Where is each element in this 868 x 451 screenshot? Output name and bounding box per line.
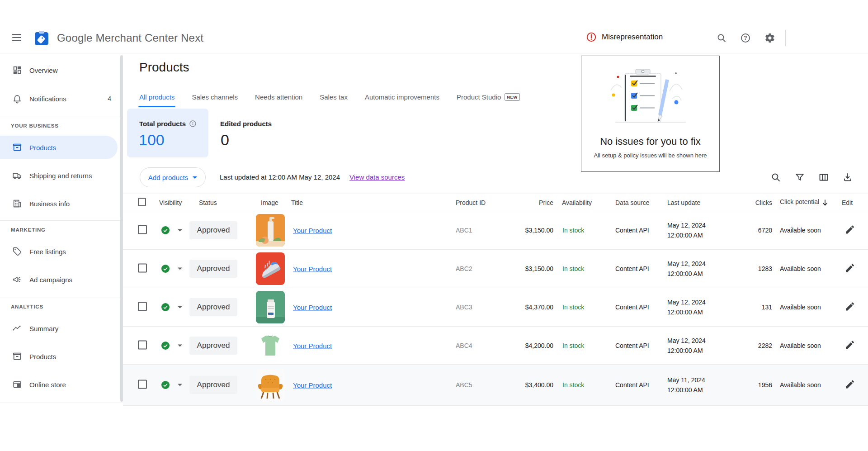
table-row: Approved Your Product ABC3 $4,370.00 In … — [123, 288, 868, 327]
search-icon[interactable] — [716, 33, 727, 43]
last-update: May 12, 2024 12:00:00 AM — [667, 259, 706, 279]
product-title-link[interactable]: Your Product — [293, 381, 332, 389]
edit-button[interactable] — [844, 224, 855, 237]
row-checkbox[interactable] — [138, 340, 147, 349]
table-row: Approved Your Product ABC1 $3,150.00 In … — [123, 211, 868, 250]
sidebar-item-label: Products — [29, 353, 56, 361]
visibility-approved-icon[interactable] — [161, 303, 170, 311]
col-click-potential-sort[interactable]: Click potential — [780, 198, 828, 207]
table-search-icon[interactable] — [770, 172, 781, 183]
product-title-link[interactable]: Your Product — [293, 227, 332, 234]
tab-sales-channels[interactable]: Sales channels — [192, 86, 238, 107]
row-checkbox[interactable] — [138, 264, 147, 273]
view-data-sources-link[interactable]: View data sources — [349, 173, 405, 181]
sidebar-divider — [0, 298, 123, 298]
edit-button[interactable] — [844, 301, 855, 313]
status-badge: Approved — [189, 260, 237, 278]
popup-subtext: All setup & policy issues will be shown … — [581, 152, 719, 159]
header-divider — [785, 30, 786, 46]
sidebar-item-notifications[interactable]: Notifications 4 — [0, 87, 118, 110]
sidebar-item-label: Overview — [29, 66, 58, 74]
col-visibility: Visibility — [159, 199, 182, 206]
table-row: Approved Your Product ABC4 $4,200.00 In … — [123, 327, 868, 365]
download-icon[interactable] — [842, 172, 853, 183]
sidebar-section-analytics: ANALYTICS — [11, 304, 43, 309]
product-id: ABC4 — [456, 342, 472, 349]
info-icon[interactable] — [189, 120, 196, 127]
sidebar-item-label: Notifications — [29, 95, 66, 103]
product-id: ABC3 — [456, 304, 472, 311]
sidebar-item-label: Summary — [29, 325, 58, 332]
chevron-down-icon[interactable] — [178, 384, 182, 386]
product-title-link[interactable]: Your Product — [293, 304, 332, 311]
clicks: 6720 — [736, 227, 772, 234]
sidebar-divider — [0, 220, 123, 221]
tab-all-products[interactable]: All products — [139, 86, 175, 107]
data-source: Content API — [615, 227, 649, 234]
tag-icon — [12, 247, 22, 256]
svg-text:?: ? — [744, 35, 747, 41]
tab-sales-tax[interactable]: Sales tax — [320, 86, 348, 107]
sidebar-item-overview[interactable]: Overview — [0, 58, 118, 82]
settings-icon[interactable] — [764, 33, 775, 43]
help-icon[interactable]: ? — [740, 33, 751, 43]
col-product-id: Product ID — [456, 199, 486, 206]
data-source: Content API — [615, 265, 649, 272]
edit-button[interactable] — [844, 263, 855, 275]
product-image — [256, 252, 285, 285]
menu-icon[interactable] — [12, 34, 21, 41]
product-id: ABC2 — [456, 265, 472, 272]
sidebar-item-business-info[interactable]: Business info — [0, 192, 118, 215]
col-status: Status — [199, 199, 217, 206]
sidebar-item-summary[interactable]: Summary — [0, 317, 118, 340]
visibility-approved-icon[interactable] — [161, 342, 170, 350]
row-checkbox[interactable] — [138, 225, 147, 234]
edit-button[interactable] — [844, 379, 855, 391]
chevron-down-icon — [193, 176, 197, 179]
notifications-count-badge: 4 — [108, 95, 111, 102]
tab-automatic-improvements[interactable]: Automatic improvements — [365, 86, 439, 107]
sidebar-item-label: Free listings — [29, 248, 66, 256]
select-all-checkbox[interactable] — [138, 198, 146, 206]
sidebar-item-free-listings[interactable]: Free listings — [0, 240, 118, 263]
megaphone-icon — [12, 275, 22, 285]
filter-icon[interactable] — [794, 172, 805, 183]
merchant-center-app: Google Merchant Center Next Misrepresent… — [0, 0, 868, 451]
sidebar-item-products[interactable]: Products — [0, 136, 118, 159]
product-title-link[interactable]: Your Product — [293, 342, 332, 349]
visibility-approved-icon[interactable] — [161, 381, 170, 389]
row-checkbox[interactable] — [138, 380, 147, 389]
col-title: Title — [291, 199, 303, 206]
total-products-label: Total products — [139, 120, 196, 128]
chevron-down-icon[interactable] — [178, 344, 182, 347]
merchant-center-logo-icon — [34, 31, 49, 46]
sidebar-item-ad-campaigns[interactable]: Ad campaigns — [0, 268, 118, 291]
chevron-down-icon[interactable] — [178, 229, 182, 232]
product-image — [256, 369, 285, 401]
edited-products-card: Edited products 0 — [220, 109, 311, 157]
availability: In stock — [562, 304, 584, 311]
total-products-value: 100 — [139, 131, 165, 149]
col-image: Image — [261, 199, 278, 206]
page-title: Products — [139, 60, 189, 75]
chevron-down-icon[interactable] — [178, 306, 182, 309]
columns-icon[interactable] — [818, 172, 829, 183]
visibility-approved-icon[interactable] — [161, 265, 170, 273]
add-products-button[interactable]: Add products — [140, 167, 206, 187]
tab-needs-attention[interactable]: Needs attention — [255, 86, 302, 107]
error-icon — [586, 32, 596, 42]
product-title-link[interactable]: Your Product — [293, 265, 332, 273]
visibility-approved-icon[interactable] — [161, 226, 170, 234]
new-badge: NEW — [505, 93, 519, 101]
account-alert[interactable]: Misrepresentation — [586, 32, 663, 42]
sidebar-item-shipping[interactable]: Shipping and returns — [0, 164, 118, 187]
status-badge: Approved — [189, 337, 237, 355]
data-source: Content API — [615, 381, 649, 389]
sidebar-item-label: Shipping and returns — [29, 172, 92, 180]
edit-button[interactable] — [844, 339, 855, 351]
sidebar-item-products-analytics[interactable]: Products — [0, 345, 118, 368]
tab-product-studio[interactable]: Product Studio NEW — [457, 86, 520, 107]
row-checkbox[interactable] — [138, 302, 147, 311]
sidebar-item-online-store[interactable]: Online store — [0, 373, 118, 396]
chevron-down-icon[interactable] — [178, 268, 182, 270]
